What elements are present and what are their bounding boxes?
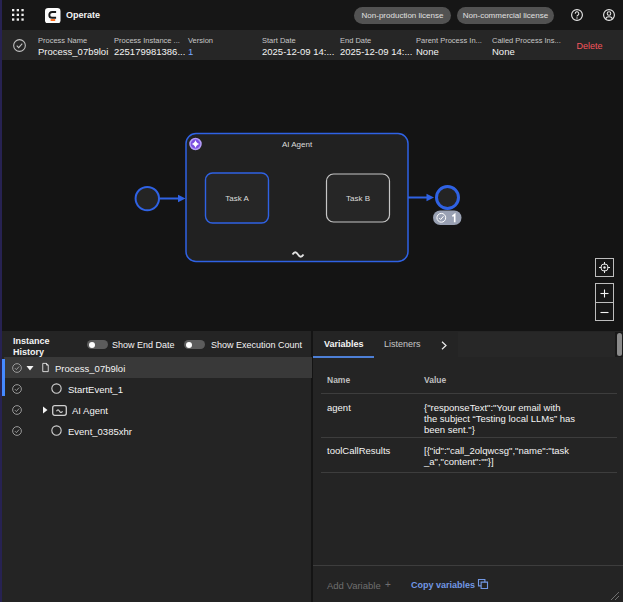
svg-text:Task B: Task B bbox=[346, 194, 370, 203]
svg-text:AI Agent: AI Agent bbox=[282, 140, 313, 149]
svg-text:Task A: Task A bbox=[225, 194, 249, 203]
